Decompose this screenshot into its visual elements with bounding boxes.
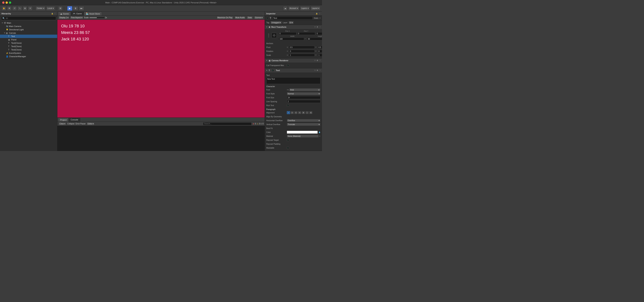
layout-dropdown[interactable]: Layout ▾	[311, 6, 320, 10]
text-component-active-checkbox[interactable]: ✓	[272, 69, 274, 71]
align-bottom-button[interactable]: ⬇	[309, 111, 312, 114]
maskable-checkbox[interactable]: ✓	[287, 147, 289, 149]
pos-z-field[interactable]	[316, 32, 322, 35]
scene-tab[interactable]: ⛰ Scene	[58, 12, 71, 15]
panel-options-button[interactable]: ⋮	[262, 13, 264, 15]
raycast-target-checkbox[interactable]: ✓	[287, 139, 289, 141]
center-dropdown[interactable]: Center ▾	[36, 6, 46, 10]
maximize-on-play-button[interactable]: Maximize On Play	[216, 16, 234, 19]
object-active-checkbox[interactable]: ✓	[266, 17, 268, 19]
settings-icon[interactable]: ⚙	[316, 26, 318, 28]
scale-slider[interactable]	[90, 17, 104, 18]
pause-button[interactable]: ⏸	[73, 6, 78, 10]
stats-button[interactable]: Stats	[247, 16, 253, 19]
local-dropdown[interactable]: Local ▾	[46, 6, 55, 10]
hierarchy-item-directional-light[interactable]: 💡 Directional Light	[0, 28, 57, 31]
minimize-button[interactable]	[6, 1, 8, 4]
hierarchy-menu-button[interactable]: ⋮	[54, 13, 56, 14]
anchor-preset-button[interactable]	[272, 33, 277, 38]
align-justify-button[interactable]: ≡	[298, 111, 301, 114]
best-fit-checkbox[interactable]	[287, 127, 289, 129]
material-select-icon[interactable]: ⊙	[319, 135, 320, 137]
text-value-field[interactable]: New Text	[266, 77, 320, 84]
step-button[interactable]: ⏭	[79, 6, 84, 10]
pivot-x-field[interactable]	[289, 46, 314, 49]
project-tab[interactable]: Project	[58, 118, 68, 122]
hierarchy-search-bar[interactable]: 🔍	[1, 16, 56, 20]
rich-text-checkbox[interactable]: ✓	[287, 104, 289, 106]
hand-tool-button[interactable]: ✋	[2, 6, 6, 10]
hierarchy-item-canvas[interactable]: ▼ ▤ Canvas	[0, 31, 57, 35]
h-overflow-dropdown[interactable]: Overflow ▾	[287, 119, 320, 122]
scale-x-field[interactable]	[289, 54, 314, 57]
cull-transparent-checkbox[interactable]: ✓	[287, 64, 289, 66]
transform-tool-button[interactable]: ✕	[28, 6, 32, 10]
editor-dropdown[interactable]: Editor ▾	[87, 122, 95, 125]
color-picker-button[interactable]	[287, 131, 318, 134]
hierarchy-lock-button[interactable]: 🔒	[51, 13, 53, 14]
rect-tool-button[interactable]: ⊞	[23, 6, 27, 10]
font-dropdown[interactable]: Arial ⊙	[289, 88, 320, 91]
mute-audio-button[interactable]: Mute Audio	[234, 16, 246, 19]
rotation-y-field[interactable]	[318, 50, 322, 53]
rotate-tool-button[interactable]: ↺	[12, 6, 17, 10]
layer-dropdown[interactable]: UI ▾	[289, 21, 294, 24]
height-field[interactable]	[307, 37, 322, 40]
window-controls[interactable]	[2, 1, 11, 4]
object-name-field[interactable]	[272, 16, 313, 20]
console-tab[interactable]: Console	[68, 118, 80, 122]
help-icon[interactable]: ?	[314, 26, 316, 28]
close-button[interactable]	[2, 1, 4, 4]
inspector-lock-button[interactable]: 🔒	[316, 13, 318, 14]
help-icon[interactable]: ?	[314, 69, 316, 71]
rect-transform-header[interactable]: ▼ ⊞ Rect Transform ? ⚙ ⋮	[265, 25, 322, 29]
v-overflow-dropdown[interactable]: Truncate ▾	[287, 123, 320, 126]
hierarchy-item-eventsystem[interactable]: ⚡ EventSystem	[0, 51, 57, 55]
gizmos-dropdown[interactable]: Gizmos ▾	[254, 16, 264, 19]
color-eyedropper-icon[interactable]: 💧	[318, 131, 320, 133]
maximize-button[interactable]	[9, 1, 11, 4]
play-button[interactable]: ▶	[67, 6, 72, 10]
pos-y-field[interactable]	[297, 32, 315, 35]
pivot-y-field[interactable]	[318, 46, 322, 49]
layers-dropdown[interactable]: Layers ▾	[300, 6, 310, 10]
hierarchy-item-text-clone-3[interactable]: T Text(Clone)	[0, 48, 57, 51]
collapse-button[interactable]: Collapse	[67, 123, 74, 125]
align-center-button[interactable]: ≡	[290, 111, 294, 114]
clear-dropdown[interactable]: Clear ▾	[58, 122, 66, 125]
hierarchy-item-text-clone-1[interactable]: T Text(Clone)	[0, 41, 57, 45]
width-expand-icon[interactable]: ↔	[304, 37, 306, 40]
pos-x-field[interactable]	[278, 32, 296, 35]
grid-button[interactable]: ⊞	[58, 6, 62, 10]
align-by-geometry-checkbox[interactable]	[287, 115, 289, 118]
line-spacing-field[interactable]	[287, 100, 320, 103]
inspector-menu-button[interactable]: ⋮	[319, 13, 320, 14]
error-pause-button[interactable]: Error Pause	[76, 123, 86, 125]
more-icon[interactable]: ⋮	[319, 69, 321, 71]
text-component-header[interactable]: ▼ T ✓ Text ? ⚙ ⋮	[265, 68, 322, 72]
canvas-renderer-header[interactable]: ▼ ▤ Canvas Renderer ? ⚙ ⋮	[265, 58, 322, 62]
more-icon[interactable]: ⋮	[319, 60, 321, 61]
align-left-button[interactable]: ≡	[287, 111, 290, 114]
hierarchy-item-main-camera[interactable]: 📷 Main Camera	[0, 24, 57, 28]
move-tool-button[interactable]: ✥	[7, 6, 12, 10]
asset-store-tab[interactable]: 🏪 Asset Store	[84, 12, 102, 15]
account-dropdown[interactable]: Account ▾	[288, 6, 299, 10]
more-icon[interactable]: ⋮	[319, 26, 321, 28]
align-right-button[interactable]: ≡	[294, 111, 298, 114]
align-middle-button[interactable]: ↕	[306, 111, 309, 114]
hierarchy-item-main[interactable]: ▼ 🎬 Main	[0, 21, 57, 24]
rotation-x-field[interactable]	[289, 50, 314, 53]
hierarchy-item-character-manager[interactable]: 👤 CharacterManager	[0, 55, 57, 58]
console-search-input[interactable]	[203, 122, 252, 125]
scale-y-field[interactable]	[318, 54, 322, 57]
hierarchy-item-text-clone-2[interactable]: T Text(Clone)	[0, 45, 57, 48]
static-dropdown[interactable]: ▾	[320, 17, 320, 19]
game-tab[interactable]: 🎮 Game	[71, 12, 84, 15]
help-icon[interactable]: ?	[314, 60, 316, 61]
bottom-panel-options-button[interactable]: ⋮	[262, 120, 264, 122]
width-field[interactable]	[278, 37, 304, 40]
hierarchy-item-text[interactable]: T Text	[0, 35, 57, 38]
font-size-field[interactable]	[287, 96, 320, 99]
settings-icon[interactable]: ⚙	[316, 69, 318, 71]
